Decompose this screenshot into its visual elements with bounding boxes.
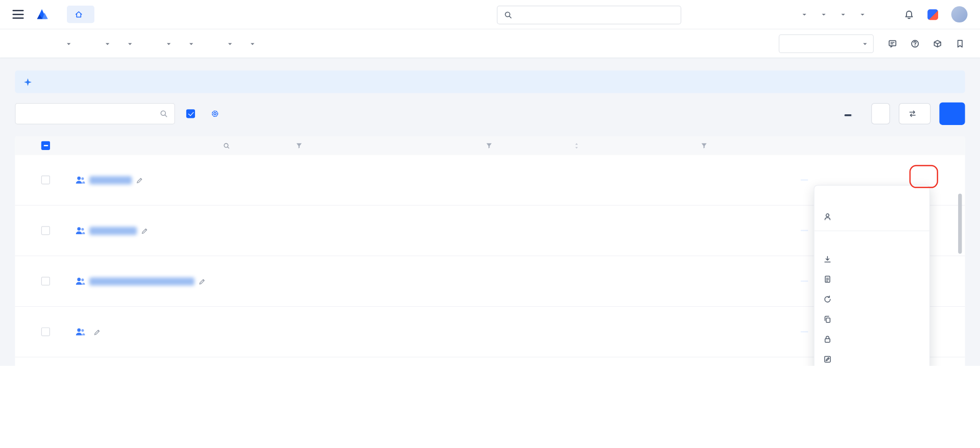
download-icon [823,255,832,264]
user-avatar[interactable] [951,6,968,22]
edit-name-icon[interactable] [141,227,149,235]
sorter-icon[interactable] [573,142,580,149]
filter-icon[interactable] [485,142,492,149]
row-checkbox[interactable] [41,176,50,184]
create-segment-button[interactable] [939,103,965,125]
menu-support[interactable] [858,11,864,17]
edit-columns-button[interactable] [871,103,890,125]
nav-item-marketing-apps[interactable] [156,40,179,46]
document-icon [823,275,832,284]
nav-item-ai-marketing-assistant[interactable] [217,40,240,46]
chevron-down-icon [189,43,193,46]
blurred-segment-name [89,176,132,184]
sparkle-icon [23,77,32,86]
product-nav [0,30,980,58]
filter-icon[interactable] [701,142,707,149]
edit-name-icon[interactable] [198,277,206,285]
more-actions-button[interactable] [801,230,808,231]
edit-name-icon[interactable] [93,328,101,336]
menu-item-copy-segment[interactable] [815,309,929,329]
menu-item-modify-group[interactable] [815,349,929,366]
menu-item-authorize[interactable] [815,329,929,349]
chevron-down-icon [822,14,825,17]
more-actions-button[interactable] [801,179,808,180]
project-selector[interactable] [779,34,874,53]
gear-icon [211,109,219,118]
refresh-icon [823,295,832,304]
segment-search [15,103,175,125]
menu-item-individual-portrait-insight[interactable] [815,207,929,227]
lock-icon [823,335,832,343]
nav-item-public-insight[interactable] [117,40,140,46]
home-icon [75,10,83,19]
manage-groups-link[interactable] [211,109,223,118]
checkbox-checked-icon [186,109,195,118]
filter-icon[interactable] [296,142,302,149]
nav-item-more[interactable] [240,40,262,46]
chevron-down-icon [128,43,132,46]
chevron-down-icon [167,43,170,46]
people-icon [75,225,86,236]
vertical-scrollbar[interactable] [958,194,962,254]
table-header-row [15,136,965,155]
volcano-logo-icon [35,8,49,21]
volcengine-logo[interactable] [35,8,54,21]
edit-group-icon [823,355,832,364]
search-icon[interactable] [159,109,168,118]
row-actions-menu [814,185,930,366]
segment-transfer-button[interactable] [899,103,930,125]
overview-badge[interactable] [67,6,94,23]
promo-icon[interactable] [927,9,938,20]
quota-progress-bar [844,114,852,116]
blurred-segment-name [89,277,194,285]
blurred-segment-name [89,227,137,235]
segment-search-input[interactable] [22,109,155,118]
menu-tools[interactable] [819,11,825,17]
search-icon [504,11,512,19]
column-search-icon[interactable] [223,142,230,149]
nav-item-tag-system[interactable] [56,40,79,46]
hamburger-menu-icon[interactable] [12,10,23,19]
chevron-down-icon [106,43,109,46]
value-analysis-banner [15,70,965,93]
nav-item-analysis-insight[interactable] [95,40,117,46]
more-actions-button[interactable] [801,331,808,332]
app-root [0,0,980,366]
bookmark-icon[interactable] [955,38,965,48]
chevron-down-icon [802,14,806,17]
resources-icon[interactable] [933,38,943,48]
chevron-down-icon [863,43,867,46]
transfer-icon [908,109,917,118]
row-checkbox[interactable] [41,277,50,285]
notification-bell-icon[interactable] [904,9,915,20]
row-checkbox[interactable] [41,328,50,336]
copy-icon [823,315,832,323]
chevron-down-icon [67,43,70,46]
menu-item-view-details[interactable] [815,269,929,289]
edit-name-icon[interactable] [136,176,144,184]
person-icon [823,212,832,221]
row-actions [755,179,965,180]
global-search [497,6,681,24]
menu-billing[interactable] [839,11,845,17]
global-search-input[interactable] [517,10,675,19]
topbar [0,0,980,30]
people-icon [75,276,86,287]
people-icon [75,175,86,185]
row-checkbox[interactable] [41,226,50,235]
my-created-checkbox[interactable] [186,109,200,118]
more-actions-button[interactable] [801,281,808,282]
chevron-down-icon [228,43,232,46]
menu-item-download-segment[interactable] [815,250,929,269]
nav-item-data-management[interactable] [179,40,201,46]
menu-item-update-segment[interactable] [815,289,929,309]
select-all-checkbox[interactable] [41,141,50,150]
help-icon[interactable] [910,38,920,48]
chevron-down-icon [841,14,845,17]
menu-enterprise[interactable] [800,11,806,17]
menu-divider [815,231,929,231]
menu-section-apply [815,192,929,207]
chevron-down-icon [251,43,254,46]
quota-usage [844,111,852,116]
feedback-icon[interactable] [888,38,898,48]
